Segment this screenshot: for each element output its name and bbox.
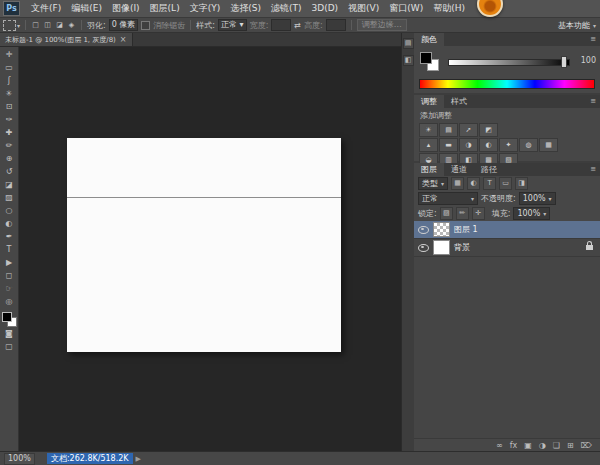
layer-row-layer-1[interactable]: 图层 1 bbox=[414, 221, 600, 239]
adjustment-color-balance-icon[interactable]: ◑ bbox=[459, 138, 478, 152]
swap-dimensions-icon[interactable]: ⇄ bbox=[294, 21, 301, 30]
screen-mode-button[interactable]: ▢ bbox=[0, 340, 18, 353]
gray-slider[interactable] bbox=[448, 59, 570, 66]
tool-preset-picker[interactable]: ▾ bbox=[3, 20, 20, 31]
zoom-level-field[interactable]: 100% bbox=[4, 453, 35, 465]
status-options-arrow-icon[interactable]: ▶ bbox=[136, 455, 141, 463]
menu-item-image[interactable]: 图像(I) bbox=[107, 0, 145, 17]
menu-item-type[interactable]: 文字(Y) bbox=[185, 0, 226, 17]
visibility-eye-icon[interactable] bbox=[418, 226, 429, 234]
tab-adjustments[interactable]: 调整 bbox=[414, 95, 444, 108]
refine-edge-button[interactable]: 调整边缘… bbox=[357, 19, 407, 31]
workspace-switcher[interactable]: 基本功能 ▾ bbox=[558, 20, 596, 31]
quick-mask-button[interactable]: ◙ bbox=[0, 327, 18, 340]
tool-pen[interactable]: ✒ bbox=[0, 230, 18, 243]
selection-intersect-icon[interactable]: ◈ bbox=[67, 21, 76, 30]
tool-quick-select[interactable]: ✳ bbox=[0, 87, 18, 100]
tool-history-brush[interactable]: ↺ bbox=[0, 165, 18, 178]
menu-item-window[interactable]: 窗口(W) bbox=[384, 0, 428, 17]
fill-select[interactable]: 100%▾ bbox=[513, 207, 550, 220]
tool-move[interactable]: ✛ bbox=[0, 48, 18, 61]
tool-hand[interactable]: ☞ bbox=[0, 282, 18, 295]
adjustment-levels-icon[interactable]: ▤ bbox=[439, 123, 458, 137]
tool-lasso[interactable]: ʃ bbox=[0, 74, 18, 87]
gray-slider-handle[interactable] bbox=[561, 56, 567, 68]
document-size-info[interactable]: 文档:262.8K/518.2K bbox=[47, 453, 133, 464]
foreground-color-swatch[interactable] bbox=[2, 312, 12, 322]
style-select[interactable]: 正常 ▾ bbox=[218, 19, 247, 31]
adjustment-brightness-contrast-icon[interactable]: ☀ bbox=[419, 123, 438, 137]
menu-item-filter[interactable]: 滤镜(T) bbox=[266, 0, 307, 17]
tool-spot-heal[interactable]: ✚ bbox=[0, 126, 18, 139]
tool-zoom[interactable]: ◎ bbox=[0, 295, 18, 308]
tool-type[interactable]: T bbox=[0, 243, 18, 256]
adjustment-channel-mixer-icon[interactable]: ◍ bbox=[519, 138, 538, 152]
tab-channels[interactable]: 通道 bbox=[444, 163, 474, 176]
layer-thumbnail[interactable] bbox=[433, 222, 450, 237]
collapsed-panel-icon[interactable]: ▤ bbox=[403, 38, 414, 49]
feather-input[interactable]: 0 像素 bbox=[109, 19, 139, 31]
menu-item-layer[interactable]: 图层(L) bbox=[145, 0, 185, 17]
adjustment-photo-filter-icon[interactable]: ✦ bbox=[499, 138, 518, 152]
tool-shape[interactable]: ◻ bbox=[0, 269, 18, 282]
menu-item-edit[interactable]: 编辑(E) bbox=[66, 0, 107, 17]
adjustment-vibrance-icon[interactable]: ▴ bbox=[419, 138, 438, 152]
tab-color[interactable]: 颜色 bbox=[414, 33, 444, 46]
color-swatches[interactable] bbox=[2, 312, 17, 327]
filter-shape-layers-icon[interactable]: ▭ bbox=[499, 177, 512, 190]
foreground-color-swatch[interactable] bbox=[420, 52, 432, 64]
layer-name[interactable]: 背景 bbox=[454, 242, 470, 253]
layer-name[interactable]: 图层 1 bbox=[454, 224, 478, 235]
selection-new-icon[interactable]: □ bbox=[31, 21, 40, 30]
menu-item-view[interactable]: 视图(V) bbox=[343, 0, 384, 17]
panel-menu-icon[interactable]: ≡ bbox=[586, 95, 600, 108]
selection-subtract-icon[interactable]: ◪ bbox=[55, 21, 64, 30]
menu-item-file[interactable]: 文件(F) bbox=[26, 0, 66, 17]
width-input[interactable] bbox=[271, 19, 291, 31]
layer-filter-kind-select[interactable]: 类型▾ bbox=[418, 177, 448, 190]
tool-dodge[interactable]: ◐ bbox=[0, 217, 18, 230]
filter-type-layers-icon[interactable]: T bbox=[483, 177, 496, 190]
document-tab[interactable]: 未标题-1 @ 100%(图层 1, 灰度/8) × bbox=[0, 33, 133, 46]
document-canvas[interactable] bbox=[67, 138, 341, 352]
tool-rect-marquee[interactable]: ▭ bbox=[0, 61, 18, 74]
panel-menu-icon[interactable]: ≡ bbox=[586, 33, 600, 46]
tool-brush[interactable]: ✏ bbox=[0, 139, 18, 152]
tool-path-select[interactable]: ▶ bbox=[0, 256, 18, 269]
adjustment-color-lookup-icon[interactable]: ▦ bbox=[539, 138, 558, 152]
tool-blur[interactable]: ○ bbox=[0, 204, 18, 217]
menu-item-3d[interactable]: 3D(D) bbox=[306, 0, 343, 17]
visibility-eye-icon[interactable] bbox=[418, 244, 429, 252]
layer-thumbnail[interactable] bbox=[433, 240, 450, 255]
tool-crop[interactable]: ⊡ bbox=[0, 100, 18, 113]
blend-mode-select[interactable]: 正常▾ bbox=[418, 192, 478, 205]
layer-row-background[interactable]: 背景 bbox=[414, 239, 600, 257]
lock-position-icon[interactable]: ✛ bbox=[472, 207, 485, 220]
close-icon[interactable]: × bbox=[120, 35, 127, 44]
filter-adjustment-layers-icon[interactable]: ◐ bbox=[467, 177, 480, 190]
filter-pixel-layers-icon[interactable]: ▦ bbox=[451, 177, 464, 190]
tool-eyedropper[interactable]: ✑ bbox=[0, 113, 18, 126]
tab-layers[interactable]: 图层 bbox=[414, 163, 444, 176]
opacity-select[interactable]: 100%▾ bbox=[519, 192, 556, 205]
menu-item-select[interactable]: 选择(S) bbox=[225, 0, 266, 17]
adjustment-hue-saturation-icon[interactable]: ▬ bbox=[439, 138, 458, 152]
tab-paths[interactable]: 路径 bbox=[474, 163, 504, 176]
tab-styles[interactable]: 样式 bbox=[444, 95, 474, 108]
selection-add-icon[interactable]: ◫ bbox=[43, 21, 52, 30]
lock-pixels-icon[interactable]: ✏ bbox=[456, 207, 469, 220]
height-input[interactable] bbox=[326, 19, 346, 31]
tool-gradient[interactable]: ▨ bbox=[0, 191, 18, 204]
tool-clone-stamp[interactable]: ⊕ bbox=[0, 152, 18, 165]
color-spectrum-ramp[interactable] bbox=[419, 79, 595, 89]
adjustment-black-white-icon[interactable]: ◐ bbox=[479, 138, 498, 152]
antialias-checkbox[interactable] bbox=[141, 21, 150, 30]
canvas-area[interactable] bbox=[19, 47, 401, 452]
tool-eraser[interactable]: ◪ bbox=[0, 178, 18, 191]
lock-transparency-icon[interactable]: ▨ bbox=[440, 207, 453, 220]
panel-menu-icon[interactable]: ≡ bbox=[586, 163, 600, 176]
collapsed-panel-icon[interactable]: ◧ bbox=[403, 55, 414, 66]
adjustment-exposure-icon[interactable]: ◩ bbox=[479, 123, 498, 137]
menu-item-help[interactable]: 帮助(H) bbox=[428, 0, 470, 17]
adjustment-curves-icon[interactable]: ➚ bbox=[459, 123, 478, 137]
